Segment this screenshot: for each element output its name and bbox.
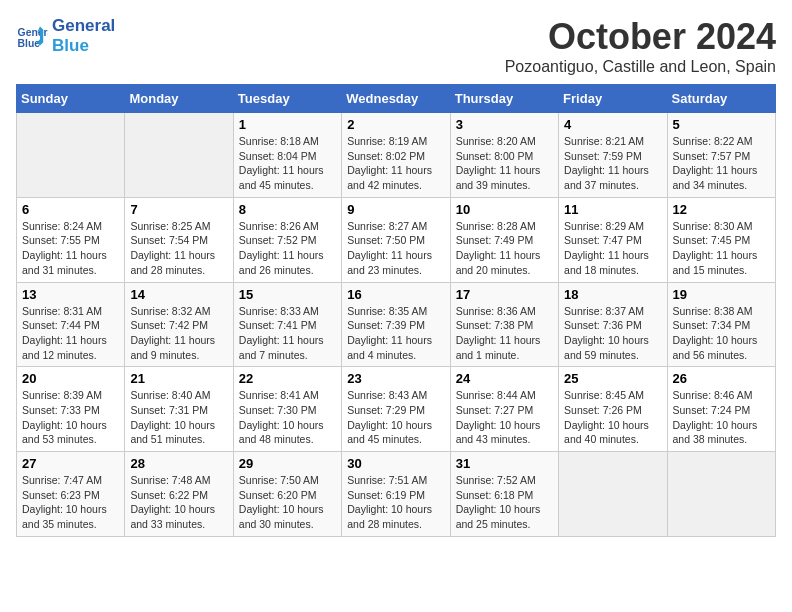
day-number: 14 <box>130 287 227 302</box>
day-cell <box>17 113 125 198</box>
logo-blue: Blue <box>52 36 115 56</box>
day-number: 22 <box>239 371 336 386</box>
day-cell: 8Sunrise: 8:26 AM Sunset: 7:52 PM Daylig… <box>233 197 341 282</box>
day-info: Sunrise: 8:24 AM Sunset: 7:55 PM Dayligh… <box>22 219 119 278</box>
day-cell: 14Sunrise: 8:32 AM Sunset: 7:42 PM Dayli… <box>125 282 233 367</box>
day-info: Sunrise: 8:43 AM Sunset: 7:29 PM Dayligh… <box>347 388 444 447</box>
day-info: Sunrise: 7:50 AM Sunset: 6:20 PM Dayligh… <box>239 473 336 532</box>
day-cell: 19Sunrise: 8:38 AM Sunset: 7:34 PM Dayli… <box>667 282 775 367</box>
calendar-table: SundayMondayTuesdayWednesdayThursdayFrid… <box>16 84 776 537</box>
day-cell: 20Sunrise: 8:39 AM Sunset: 7:33 PM Dayli… <box>17 367 125 452</box>
day-number: 24 <box>456 371 553 386</box>
day-number: 16 <box>347 287 444 302</box>
day-info: Sunrise: 8:45 AM Sunset: 7:26 PM Dayligh… <box>564 388 661 447</box>
day-cell: 31Sunrise: 7:52 AM Sunset: 6:18 PM Dayli… <box>450 452 558 537</box>
day-number: 28 <box>130 456 227 471</box>
week-row-5: 27Sunrise: 7:47 AM Sunset: 6:23 PM Dayli… <box>17 452 776 537</box>
day-info: Sunrise: 8:29 AM Sunset: 7:47 PM Dayligh… <box>564 219 661 278</box>
calendar-body: 1Sunrise: 8:18 AM Sunset: 8:04 PM Daylig… <box>17 113 776 537</box>
day-number: 17 <box>456 287 553 302</box>
day-cell: 22Sunrise: 8:41 AM Sunset: 7:30 PM Dayli… <box>233 367 341 452</box>
col-header-friday: Friday <box>559 85 667 113</box>
day-info: Sunrise: 8:28 AM Sunset: 7:49 PM Dayligh… <box>456 219 553 278</box>
day-info: Sunrise: 8:40 AM Sunset: 7:31 PM Dayligh… <box>130 388 227 447</box>
day-number: 26 <box>673 371 770 386</box>
col-header-thursday: Thursday <box>450 85 558 113</box>
day-cell: 25Sunrise: 8:45 AM Sunset: 7:26 PM Dayli… <box>559 367 667 452</box>
day-info: Sunrise: 8:30 AM Sunset: 7:45 PM Dayligh… <box>673 219 770 278</box>
day-info: Sunrise: 8:38 AM Sunset: 7:34 PM Dayligh… <box>673 304 770 363</box>
day-cell: 1Sunrise: 8:18 AM Sunset: 8:04 PM Daylig… <box>233 113 341 198</box>
day-number: 25 <box>564 371 661 386</box>
day-cell: 26Sunrise: 8:46 AM Sunset: 7:24 PM Dayli… <box>667 367 775 452</box>
day-cell: 2Sunrise: 8:19 AM Sunset: 8:02 PM Daylig… <box>342 113 450 198</box>
day-number: 18 <box>564 287 661 302</box>
day-number: 30 <box>347 456 444 471</box>
week-row-1: 1Sunrise: 8:18 AM Sunset: 8:04 PM Daylig… <box>17 113 776 198</box>
day-info: Sunrise: 8:31 AM Sunset: 7:44 PM Dayligh… <box>22 304 119 363</box>
day-cell: 3Sunrise: 8:20 AM Sunset: 8:00 PM Daylig… <box>450 113 558 198</box>
day-cell <box>667 452 775 537</box>
svg-text:General: General <box>18 27 48 38</box>
day-info: Sunrise: 8:21 AM Sunset: 7:59 PM Dayligh… <box>564 134 661 193</box>
day-cell: 13Sunrise: 8:31 AM Sunset: 7:44 PM Dayli… <box>17 282 125 367</box>
day-cell: 4Sunrise: 8:21 AM Sunset: 7:59 PM Daylig… <box>559 113 667 198</box>
week-row-3: 13Sunrise: 8:31 AM Sunset: 7:44 PM Dayli… <box>17 282 776 367</box>
logo-icon: General Blue <box>16 20 48 52</box>
day-number: 3 <box>456 117 553 132</box>
day-cell: 23Sunrise: 8:43 AM Sunset: 7:29 PM Dayli… <box>342 367 450 452</box>
day-cell: 12Sunrise: 8:30 AM Sunset: 7:45 PM Dayli… <box>667 197 775 282</box>
day-cell: 17Sunrise: 8:36 AM Sunset: 7:38 PM Dayli… <box>450 282 558 367</box>
day-info: Sunrise: 8:32 AM Sunset: 7:42 PM Dayligh… <box>130 304 227 363</box>
day-info: Sunrise: 8:39 AM Sunset: 7:33 PM Dayligh… <box>22 388 119 447</box>
day-number: 12 <box>673 202 770 217</box>
day-number: 21 <box>130 371 227 386</box>
day-info: Sunrise: 8:26 AM Sunset: 7:52 PM Dayligh… <box>239 219 336 278</box>
day-cell <box>125 113 233 198</box>
title-block: October 2024 Pozoantiguo, Castille and L… <box>505 16 776 76</box>
day-cell: 24Sunrise: 8:44 AM Sunset: 7:27 PM Dayli… <box>450 367 558 452</box>
col-header-monday: Monday <box>125 85 233 113</box>
day-cell: 15Sunrise: 8:33 AM Sunset: 7:41 PM Dayli… <box>233 282 341 367</box>
col-header-sunday: Sunday <box>17 85 125 113</box>
day-number: 19 <box>673 287 770 302</box>
day-number: 9 <box>347 202 444 217</box>
day-cell: 7Sunrise: 8:25 AM Sunset: 7:54 PM Daylig… <box>125 197 233 282</box>
day-info: Sunrise: 8:35 AM Sunset: 7:39 PM Dayligh… <box>347 304 444 363</box>
day-cell: 5Sunrise: 8:22 AM Sunset: 7:57 PM Daylig… <box>667 113 775 198</box>
day-info: Sunrise: 8:22 AM Sunset: 7:57 PM Dayligh… <box>673 134 770 193</box>
week-row-4: 20Sunrise: 8:39 AM Sunset: 7:33 PM Dayli… <box>17 367 776 452</box>
day-number: 11 <box>564 202 661 217</box>
day-cell <box>559 452 667 537</box>
day-number: 5 <box>673 117 770 132</box>
day-info: Sunrise: 8:46 AM Sunset: 7:24 PM Dayligh… <box>673 388 770 447</box>
day-cell: 6Sunrise: 8:24 AM Sunset: 7:55 PM Daylig… <box>17 197 125 282</box>
day-number: 1 <box>239 117 336 132</box>
day-number: 23 <box>347 371 444 386</box>
day-info: Sunrise: 8:44 AM Sunset: 7:27 PM Dayligh… <box>456 388 553 447</box>
logo: General Blue General Blue <box>16 16 115 57</box>
day-number: 29 <box>239 456 336 471</box>
day-info: Sunrise: 8:19 AM Sunset: 8:02 PM Dayligh… <box>347 134 444 193</box>
day-cell: 11Sunrise: 8:29 AM Sunset: 7:47 PM Dayli… <box>559 197 667 282</box>
day-info: Sunrise: 8:37 AM Sunset: 7:36 PM Dayligh… <box>564 304 661 363</box>
day-info: Sunrise: 8:41 AM Sunset: 7:30 PM Dayligh… <box>239 388 336 447</box>
calendar-header-row: SundayMondayTuesdayWednesdayThursdayFrid… <box>17 85 776 113</box>
day-number: 4 <box>564 117 661 132</box>
logo-general: General <box>52 16 115 36</box>
day-info: Sunrise: 7:48 AM Sunset: 6:22 PM Dayligh… <box>130 473 227 532</box>
day-number: 31 <box>456 456 553 471</box>
svg-text:Blue: Blue <box>18 39 41 50</box>
day-number: 7 <box>130 202 227 217</box>
day-info: Sunrise: 8:36 AM Sunset: 7:38 PM Dayligh… <box>456 304 553 363</box>
day-number: 20 <box>22 371 119 386</box>
day-number: 15 <box>239 287 336 302</box>
day-number: 6 <box>22 202 119 217</box>
day-number: 27 <box>22 456 119 471</box>
day-info: Sunrise: 7:51 AM Sunset: 6:19 PM Dayligh… <box>347 473 444 532</box>
day-info: Sunrise: 8:33 AM Sunset: 7:41 PM Dayligh… <box>239 304 336 363</box>
day-cell: 29Sunrise: 7:50 AM Sunset: 6:20 PM Dayli… <box>233 452 341 537</box>
day-cell: 30Sunrise: 7:51 AM Sunset: 6:19 PM Dayli… <box>342 452 450 537</box>
day-info: Sunrise: 8:18 AM Sunset: 8:04 PM Dayligh… <box>239 134 336 193</box>
col-header-wednesday: Wednesday <box>342 85 450 113</box>
